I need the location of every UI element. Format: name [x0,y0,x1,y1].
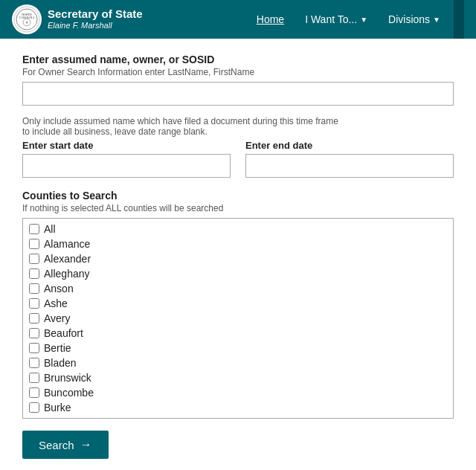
county-checkbox[interactable] [29,387,39,398]
chevron-down-icon: ▼ [360,16,367,24]
svg-point-0 [14,7,39,32]
counties-section: Counties to Search If nothing is selecte… [22,190,454,419]
arrow-right-icon: → [80,438,92,451]
main-content: Enter assumed name, owner, or SOSID For … [0,39,476,470]
nav-i-want-to[interactable]: I Want To... ▼ [295,9,378,30]
list-item[interactable]: Bertie [23,341,453,355]
list-item[interactable]: Avery [23,311,453,326]
counties-label: Counties to Search [22,190,454,202]
nav-right-bar [454,0,464,39]
search-button-label: Search [39,439,74,451]
assumed-name-input[interactable] [22,82,454,106]
end-date-input[interactable] [245,154,454,178]
date-note: Only include assumed name which have fil… [22,116,454,137]
list-item[interactable]: Ashe [23,296,453,311]
county-checkbox[interactable] [29,239,39,249]
county-checkbox[interactable] [29,268,39,279]
list-item[interactable]: Anson [23,281,453,296]
county-checkbox[interactable] [29,328,39,338]
counties-list[interactable]: AllAlamanceAlexanderAlleghanyAnsonAsheAv… [22,218,454,419]
county-checkbox[interactable] [29,224,39,234]
list-item[interactable]: Alamance [23,236,453,251]
header: NORTH CAROLINA ✦ Secretary of State Elai… [0,0,476,39]
assumed-name-group: Enter assumed name, owner, or SOSID For … [22,54,454,106]
chevron-down-icon: ▼ [433,16,440,24]
seal-icon: NORTH CAROLINA ✦ [13,6,40,33]
assumed-name-label: Enter assumed name, owner, or SOSID [22,54,454,65]
logo-circle: NORTH CAROLINA ✦ [12,4,42,34]
county-checkbox[interactable] [29,358,39,368]
list-item[interactable]: Brunswick [23,370,453,385]
org-subtitle: Elaine F. Marshall [48,21,143,30]
list-item[interactable]: Alexander [23,251,453,266]
list-item[interactable]: Buncombe [23,385,453,400]
nav-home[interactable]: Home [246,9,295,30]
end-date-label: Enter end date [245,140,454,151]
assumed-name-sublabel: For Owner Search Information enter LastN… [22,67,454,77]
list-item[interactable]: Alleghany [23,266,453,281]
start-date-label: Enter start date [22,140,231,151]
svg-text:✦: ✦ [25,20,28,25]
list-item[interactable]: Bladen [23,355,453,370]
start-date-input[interactable] [22,154,231,178]
county-checkbox[interactable] [29,283,39,294]
counties-sublabel: If nothing is selected ALL counties will… [22,203,454,213]
county-checkbox[interactable] [29,254,39,264]
nav-divisions[interactable]: Divisions ▼ [378,9,451,30]
start-date-group: Enter start date [22,140,231,178]
end-date-group: Enter end date [245,140,454,178]
list-item[interactable]: All [23,222,453,236]
org-name: Secretary of State [48,7,143,21]
list-item[interactable]: Burke [23,400,453,415]
county-checkbox[interactable] [29,402,39,413]
main-nav: Home I Want To... ▼ Divisions ▼ [246,9,451,30]
list-item[interactable]: Beaufort [23,326,453,341]
county-checkbox[interactable] [29,373,39,383]
county-checkbox[interactable] [29,343,39,353]
header-title: Secretary of State Elaine F. Marshall [48,7,143,30]
date-range-row: Enter start date Enter end date [22,140,454,178]
logo-area: NORTH CAROLINA ✦ Secretary of State Elai… [12,4,143,34]
search-button[interactable]: Search → [22,431,109,459]
county-checkbox[interactable] [29,298,39,309]
county-checkbox[interactable] [29,313,39,323]
